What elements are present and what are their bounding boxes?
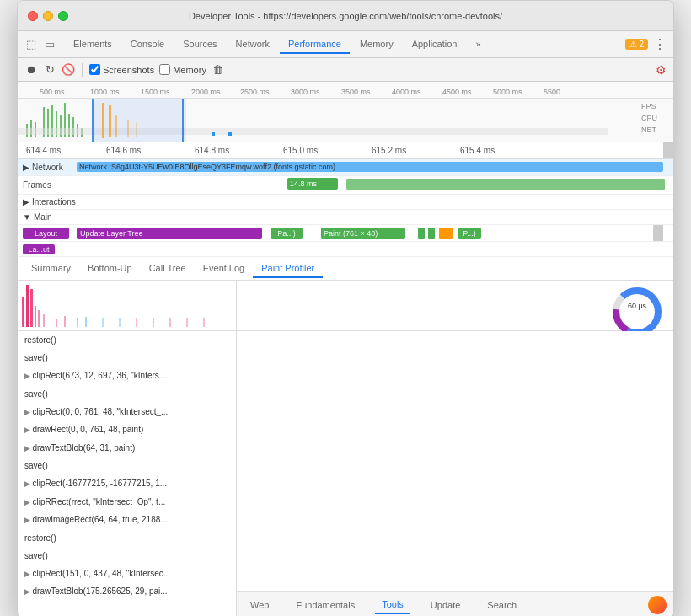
call-item-cliprect-1[interactable]: clipRect(673, 12, 697, 36, "kInters...	[18, 367, 236, 385]
svg-rect-34	[64, 316, 66, 327]
record-button[interactable]: ⏺	[24, 63, 38, 77]
interactions-label: ▶ Interactions	[18, 196, 77, 208]
tab-network[interactable]: Network	[228, 35, 278, 54]
tab-bottom-up[interactable]: Bottom-Up	[79, 260, 141, 278]
tab-console[interactable]: Console	[122, 35, 173, 54]
tick-3500: 3500 ms	[341, 88, 371, 96]
svg-rect-22	[127, 120, 129, 137]
separator	[82, 63, 83, 77]
time-6: 615.4 ms	[460, 146, 495, 155]
main-track-row2: La...ut	[18, 242, 673, 257]
call-item-cliprect-3[interactable]: clipRect(-16777215, -16777215, 1...	[18, 474, 236, 493]
browser-tab-update[interactable]: Update	[424, 597, 467, 613]
paint-bar-3: P...)	[458, 228, 481, 239]
browser-tab-search[interactable]: Search	[480, 597, 523, 613]
close-button[interactable]	[28, 11, 38, 21]
tab-event-log[interactable]: Event Log	[195, 260, 254, 278]
clear-button[interactable]: 🚫	[62, 63, 75, 77]
interactions-expand-icon[interactable]: ▶	[23, 197, 29, 206]
call-item-restore-2[interactable]: restore()	[18, 529, 236, 547]
scrollbar[interactable]	[663, 142, 673, 158]
svg-rect-37	[102, 318, 104, 327]
charts-area: 60 μs	[18, 281, 673, 331]
call-item-save-4[interactable]: save()	[18, 547, 236, 565]
svg-rect-20	[109, 105, 111, 137]
svg-rect-33	[56, 319, 57, 327]
main-expand-icon[interactable]: ▼	[23, 212, 31, 222]
tick-5000: 5000 ms	[493, 88, 522, 96]
tab-application[interactable]: Application	[404, 35, 466, 54]
browser-tab-tools[interactable]: Tools	[375, 596, 410, 614]
chart-left	[18, 281, 237, 330]
svg-text:CPU: CPU	[641, 114, 657, 122]
device-icon[interactable]: ▭	[43, 38, 56, 51]
tab-call-tree[interactable]: Call Tree	[141, 260, 195, 278]
tick-500: 500 ms	[40, 88, 65, 96]
network-expand-icon[interactable]: ▶	[23, 163, 29, 172]
reload-button[interactable]: ↻	[43, 63, 56, 77]
user-avatar[interactable]	[648, 596, 667, 614]
call-item-save-1[interactable]: save()	[18, 349, 236, 367]
call-item-drawtextblob-2[interactable]: drawTextBlob(175.265625, 29, pai...	[18, 582, 236, 601]
svg-rect-42	[186, 318, 188, 327]
browser-tab-web[interactable]: Web	[244, 597, 276, 613]
frames-bar-2	[346, 179, 665, 190]
screenshots-checkbox[interactable]: Screenshots	[89, 64, 154, 75]
maximize-button[interactable]	[58, 11, 68, 21]
call-item-drawimagerect[interactable]: drawImageRect(64, 64, true, 2188...	[18, 511, 236, 529]
call-item-cliprrect[interactable]: clipRRect(rrect, "kIntersect_Op", t...	[18, 493, 236, 512]
tab-elements[interactable]: Elements	[65, 35, 121, 54]
selection-end[interactable]	[182, 99, 184, 142]
metrics-chart: FPS CPU NET	[18, 99, 673, 142]
tab-summary[interactable]: Summary	[23, 260, 79, 278]
cursor-icon[interactable]: ⬚	[24, 38, 38, 51]
browser-tab-fundamentals[interactable]: Fundamentals	[289, 597, 362, 613]
devtools-nav: ⬚ ▭ Elements Console Sources Network Per…	[18, 31, 673, 58]
network-track: ▶ Network Network :S6g4U3t-Y5UEw0IE8Ollg…	[18, 159, 673, 176]
paint-mini-1	[418, 228, 425, 239]
svg-rect-21	[115, 115, 117, 137]
call-item-cliprect-2[interactable]: clipRect(0, 0, 761, 48, "kIntersect_...	[18, 403, 236, 421]
memory-checkbox[interactable]: Memory	[159, 64, 206, 75]
toolbar: ⏺ ↻ 🚫 Screenshots Memory 🗑 ⚙	[18, 58, 673, 82]
frames-track: Frames 14.8 ms	[18, 176, 673, 195]
call-item-drawtextblob-1[interactable]: drawTextBlob(64, 31, paint)	[18, 439, 236, 458]
layout-bar: Layout	[23, 228, 69, 239]
svg-rect-35	[77, 318, 78, 327]
svg-rect-27	[22, 297, 24, 327]
call-item-drawrect[interactable]: drawRect(0, 0, 761, 48, paint)	[18, 420, 236, 439]
tab-paint-profiler[interactable]: Paint Profiler	[253, 260, 323, 278]
svg-rect-29	[30, 289, 33, 327]
network-content: Network :S6g4U3t-Y5UEw0IE8OllgEseQY3FEmq…	[77, 159, 673, 175]
paint-mini-2	[428, 228, 435, 239]
svg-rect-19	[102, 103, 104, 138]
menu-icon[interactable]: ⋮	[653, 36, 667, 52]
la-ut-bar: La...ut	[23, 244, 55, 254]
trash-icon[interactable]: 🗑	[212, 63, 225, 77]
tab-sources[interactable]: Sources	[174, 35, 225, 54]
timeline-ruler: 500 ms 1000 ms 1500 ms 2000 ms 2500 ms 3…	[18, 82, 673, 99]
svg-rect-23	[136, 122, 137, 137]
tab-performance[interactable]: Performance	[280, 35, 350, 54]
update-layer-tree-bar: Update Layer Tree	[77, 228, 262, 239]
time-5: 615.2 ms	[372, 146, 406, 155]
browser-nav: Web Fundamentals Tools Update Search	[237, 591, 673, 616]
call-item-save-3[interactable]: save()	[18, 457, 236, 474]
svg-rect-39	[136, 318, 137, 327]
tab-memory[interactable]: Memory	[351, 35, 402, 54]
svg-text:NET: NET	[641, 126, 657, 134]
svg-rect-18	[94, 99, 186, 142]
selection-start[interactable]	[92, 99, 94, 142]
scrollbar-main[interactable]	[653, 225, 663, 241]
svg-rect-24	[212, 132, 215, 136]
window-title: Developer Tools - https://developers.goo…	[189, 11, 502, 21]
tick-5500: 5500	[544, 88, 560, 96]
settings-icon[interactable]: ⚙	[656, 63, 667, 77]
tab-more[interactable]: »	[467, 35, 489, 54]
minimize-button[interactable]	[43, 11, 53, 21]
call-list[interactable]: restore() save() clipRect(673, 12, 697, …	[18, 331, 237, 616]
call-item-save-2[interactable]: save()	[18, 385, 236, 403]
call-item-restore-1[interactable]: restore()	[18, 331, 236, 349]
call-item-cliprect-4[interactable]: clipRect(151, 0, 437, 48, "kIntersec...	[18, 565, 236, 583]
svg-rect-30	[35, 306, 36, 327]
